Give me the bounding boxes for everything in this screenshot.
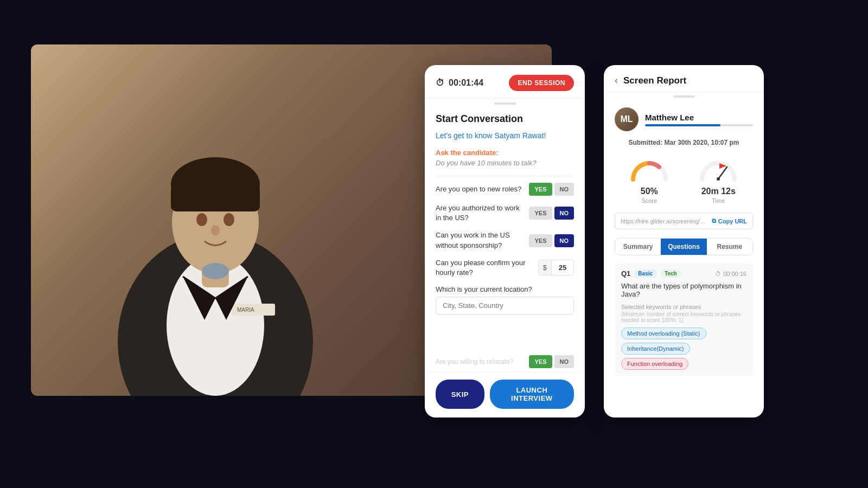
clock-icon: ⏱ bbox=[715, 271, 721, 277]
copy-url-label: Copy URL bbox=[718, 218, 747, 224]
url-text: https://hire.glider.ai/screening/report.… bbox=[621, 218, 707, 224]
question-text-2: Are you authorized to work in the US? bbox=[436, 203, 529, 223]
submitted-label: Submitted: bbox=[628, 139, 662, 146]
time-label: Time bbox=[697, 197, 740, 204]
yes-no-group-3: YES NO bbox=[529, 234, 574, 247]
conversation-panel: ⏱ 00:01:44 END SESSION Start Conversatio… bbox=[425, 65, 585, 418]
relocate-yes-no: YES NO bbox=[529, 355, 574, 368]
question-card: Q1 Basic Tech ⏱ 00:00:16 What are the ty… bbox=[615, 263, 753, 376]
conversation-footer: SKIP LAUNCH INTERVIEW bbox=[425, 373, 585, 418]
badge-tech: Tech bbox=[660, 269, 681, 278]
relocate-yes-button[interactable]: YES bbox=[529, 355, 552, 368]
end-session-button[interactable]: END SESSION bbox=[509, 75, 574, 91]
timer-area: ⏱ 00:01:44 bbox=[436, 78, 483, 88]
person-silhouette: MARIA bbox=[74, 60, 356, 396]
submitted-date: Mar 30th 2020, 10:07 pm bbox=[664, 139, 739, 146]
progress-fill bbox=[645, 124, 720, 126]
report-header: ‹ Screen Report bbox=[604, 65, 764, 92]
hourly-rate-label: Can you please confirm your hourly rate? bbox=[436, 258, 538, 278]
launch-interview-button[interactable]: LAUNCH INTERVIEW bbox=[490, 380, 574, 409]
tab-questions[interactable]: Questions bbox=[661, 239, 706, 255]
yes-no-group-2: YES NO bbox=[529, 207, 574, 220]
keywords-subtext: (Minimum number of correct keywords or p… bbox=[621, 311, 746, 323]
yes-button-1[interactable]: YES bbox=[529, 183, 552, 196]
tab-resume[interactable]: Resume bbox=[707, 239, 752, 255]
keyword-tags: Method overloading (Static) Inheritance(… bbox=[621, 328, 746, 370]
candidate-row: ML Matthew Lee bbox=[615, 107, 753, 131]
report-body: ML Matthew Lee Submitted: Mar 30th 2020,… bbox=[604, 101, 764, 418]
location-label: Which is your current location? bbox=[436, 285, 574, 293]
question-text-1: Are you open to new roles? bbox=[436, 184, 529, 194]
submitted-text: Submitted: Mar 30th 2020, 10:07 pm bbox=[615, 139, 753, 146]
hourly-rate-value: 25 bbox=[552, 260, 573, 275]
timer-icon: ⏱ bbox=[436, 78, 444, 88]
dollar-input[interactable]: $ 25 bbox=[538, 260, 574, 275]
svg-point-7 bbox=[196, 213, 207, 226]
back-button[interactable]: ‹ bbox=[615, 75, 618, 86]
keywords-label: Selected keywords or phrases bbox=[621, 304, 746, 310]
dollar-sign: $ bbox=[539, 260, 552, 275]
yes-button-3[interactable]: YES bbox=[529, 234, 552, 247]
relocate-text: Are you willing to relocate? bbox=[436, 358, 513, 365]
candidate-info: Matthew Lee bbox=[645, 113, 753, 126]
yes-no-group-1: YES NO bbox=[529, 183, 574, 196]
timer-display: 00:01:44 bbox=[449, 78, 483, 88]
report-tabs: Summary Questions Resume bbox=[615, 238, 753, 255]
tab-summary[interactable]: Summary bbox=[615, 239, 661, 255]
ask-label: Ask the candidate: bbox=[436, 149, 574, 157]
skip-button[interactable]: SKIP bbox=[436, 380, 484, 409]
report-panel: ‹ Screen Report ML Matthew Lee Submitted… bbox=[604, 65, 764, 418]
gauge-section: 50% Score 20m 12s Time bbox=[615, 155, 753, 204]
score-gauge-svg bbox=[628, 155, 671, 182]
time-gauge: 20m 12s Time bbox=[697, 155, 740, 204]
question-number: Q1 bbox=[621, 269, 630, 278]
no-button-1[interactable]: NO bbox=[554, 183, 575, 196]
svg-point-8 bbox=[224, 213, 234, 226]
report-drag-handle bbox=[673, 95, 695, 98]
relocate-no-button[interactable]: NO bbox=[554, 355, 575, 368]
no-button-2[interactable]: NO bbox=[554, 207, 575, 220]
svg-point-9 bbox=[211, 225, 220, 236]
avatar: ML bbox=[615, 107, 639, 131]
location-input[interactable] bbox=[436, 297, 574, 314]
svg-rect-6 bbox=[171, 184, 260, 211]
relocate-row: Are you willing to relocate? YES NO bbox=[425, 355, 585, 373]
location-row: Which is your current location? bbox=[436, 285, 574, 314]
yes-button-2[interactable]: YES bbox=[529, 207, 552, 220]
report-title: Screen Report bbox=[623, 75, 686, 86]
copy-url-button[interactable]: ⧉ Copy URL bbox=[712, 217, 747, 224]
question-row-3: Can you work in the US without sponsorsh… bbox=[436, 230, 574, 250]
question-header: Q1 Basic Tech ⏱ 00:00:16 bbox=[621, 269, 746, 278]
ask-question: Do you have 10 minutes to talk? bbox=[436, 159, 574, 167]
tag-method-overloading: Method overloading (Static) bbox=[621, 328, 706, 339]
time-gauge-svg bbox=[697, 155, 740, 182]
svg-point-14 bbox=[717, 177, 720, 181]
question-row-2: Are you authorized to work in the US? YE… bbox=[436, 203, 574, 223]
question-text-3: Can you work in the US without sponsorsh… bbox=[436, 230, 529, 250]
svg-line-13 bbox=[718, 167, 727, 179]
divider bbox=[436, 176, 574, 176]
svg-point-12 bbox=[202, 263, 229, 279]
svg-text:MARIA: MARIA bbox=[237, 307, 254, 313]
candidate-name: Matthew Lee bbox=[645, 113, 753, 122]
badge-basic: Basic bbox=[634, 269, 657, 278]
progress-bar bbox=[645, 124, 753, 126]
avatar-initials: ML bbox=[615, 107, 639, 131]
intro-text: Let's get to know Satyam Rawat! bbox=[436, 131, 574, 140]
conversation-title: Start Conversation bbox=[436, 113, 574, 125]
score-gauge: 50% Score bbox=[628, 155, 671, 204]
time-value: 20m 12s bbox=[697, 187, 740, 196]
time-display: 00:00:16 bbox=[723, 271, 746, 277]
hourly-rate-row: Can you please confirm your hourly rate?… bbox=[436, 258, 574, 278]
question-text: What are the types of polymorphism in Ja… bbox=[621, 282, 746, 298]
conversation-header: ⏱ 00:01:44 END SESSION bbox=[425, 65, 585, 98]
score-label: Score bbox=[628, 197, 671, 204]
tag-inheritance: Inheritance(Dynamic) bbox=[621, 343, 690, 355]
copy-icon: ⧉ bbox=[712, 217, 716, 224]
score-value: 50% bbox=[628, 187, 671, 196]
question-row-1: Are you open to new roles? YES NO bbox=[436, 183, 574, 196]
conversation-body: Start Conversation Let's get to know Sat… bbox=[425, 105, 585, 355]
url-row: https://hire.glider.ai/screening/report.… bbox=[615, 213, 753, 229]
tag-function-overloading: Function overloading bbox=[621, 358, 688, 370]
no-button-3[interactable]: NO bbox=[554, 234, 575, 247]
